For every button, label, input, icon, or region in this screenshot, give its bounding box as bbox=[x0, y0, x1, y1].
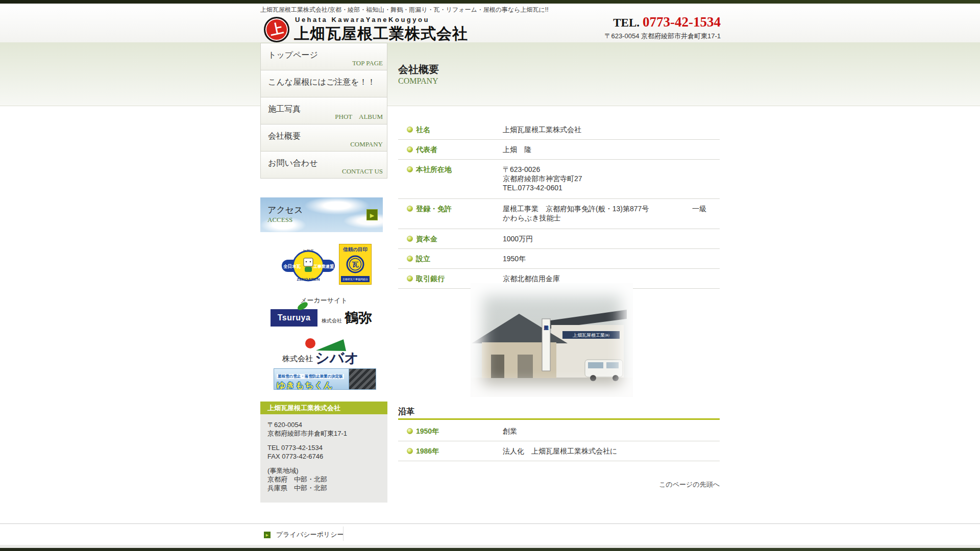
nav-label: 会社概要 bbox=[268, 131, 301, 142]
row-value: 上畑瓦屋根工業株式会社 bbox=[503, 126, 720, 134]
row-label: 本社所在地 bbox=[416, 165, 452, 173]
access-banner[interactable]: アクセス ACCESS ▶ bbox=[260, 197, 383, 232]
bullet-icon bbox=[407, 127, 413, 133]
table-row-touroku: 登録・免許 屋根工事業 京都府知事免許(般・13)第877号一級 かわらぶき技能… bbox=[398, 199, 720, 229]
nav-label: お問い合わせ bbox=[268, 158, 318, 169]
svg-text:工事業連盟: 工事業連盟 bbox=[313, 264, 334, 269]
footer-divider-line bbox=[0, 523, 980, 524]
maker-sites-label: メーカーサイト bbox=[260, 296, 387, 305]
row-value: 1000万円 bbox=[503, 235, 720, 243]
sidebar-region-kyoto: 京都府 中部・北部 bbox=[267, 475, 380, 484]
logo-romaji: Uehata KawaraYaneKougyou bbox=[295, 16, 430, 23]
tsuruya-logo: Tsuruya bbox=[271, 309, 317, 327]
row-value: 創業 bbox=[503, 427, 720, 435]
nav-label: 施工写真 bbox=[268, 104, 301, 115]
row-label: 代表者 bbox=[416, 145, 437, 154]
badge-shinrai-no-majirushi[interactable]: 信頼の目印 瓦 京都府瓦工事協同組合 bbox=[339, 244, 372, 287]
svg-text:ZENGAREN: ZENGAREN bbox=[297, 277, 320, 282]
bullet-icon bbox=[407, 428, 413, 434]
sidebar-region-title: (事業地域) bbox=[267, 466, 380, 475]
table-row-setsuritsu: 設立 1950年 bbox=[398, 249, 720, 269]
bullet-icon bbox=[407, 146, 413, 153]
svg-text:瓦: 瓦 bbox=[352, 261, 359, 268]
bullet-icon bbox=[407, 448, 413, 454]
nav-item-roof-caution[interactable]: こんな屋根にはご注意を！！ bbox=[261, 70, 387, 97]
table-row-daihyosha: 代表者 上畑 隆 bbox=[398, 140, 720, 160]
page-header-band bbox=[0, 42, 980, 106]
table-row-honsha: 本社所在地 〒623-0026 京都府綾部市神宮寺町27 TEL.0773-42… bbox=[398, 160, 720, 199]
table-row-shamei: 社名 上畑瓦屋根工業株式会社 bbox=[398, 120, 720, 140]
access-arrow-button[interactable]: ▶ bbox=[366, 209, 378, 220]
main-nav: トップページ TOP PAGE こんな屋根にはご注意を！！ 施工写真 PHOT … bbox=[260, 43, 387, 179]
bullet-icon bbox=[407, 256, 413, 262]
access-label-en: ACCESS bbox=[267, 216, 292, 224]
pole-sign-text: 上畑瓦屋根工業㈱ bbox=[544, 325, 549, 331]
footer-vertical-divider bbox=[343, 527, 344, 541]
nav-sublabel: PHOT ALBUM bbox=[335, 112, 383, 121]
maker-link-yukimochikun[interactable]: 屋根雪の雪止・落雪防止装置の決定版 ゆきもちくん bbox=[274, 368, 376, 390]
arrow-square-icon: ▶ bbox=[264, 532, 271, 538]
header-contact: TEL.0773-42-1534 〒623-0054 京都府綾部市井倉町東17-… bbox=[604, 14, 721, 41]
company-table: 社名 上畑瓦屋根工業株式会社 代表者 上畑 隆 本社所在地 〒623-0026 … bbox=[398, 120, 720, 289]
svg-text:信頼の目印: 信頼の目印 bbox=[342, 246, 368, 252]
sidebar-region-hyogo: 兵庫県 中部・北部 bbox=[267, 484, 380, 492]
header-address: 〒623-0054 京都府綾部市井倉町東17-1 bbox=[604, 32, 721, 41]
row-label: 社名 bbox=[416, 126, 430, 134]
nav-item-company[interactable]: 会社概要 COMPANY bbox=[261, 124, 387, 152]
page: 上畑瓦屋根工業株式会社/京都・綾部・福知山・舞鶴・雨漏り・瓦・リフォーム・屋根の… bbox=[0, 0, 980, 551]
nav-sublabel: CONTACT US bbox=[342, 167, 383, 176]
yukimochi-roof-photo bbox=[349, 369, 376, 389]
tel-label: TEL. bbox=[613, 16, 640, 29]
svg-text:株式会社: 株式会社 bbox=[282, 354, 313, 363]
row-label: 設立 bbox=[416, 255, 430, 263]
logo-company-name[interactable]: 上畑瓦屋根工業株式会社 bbox=[294, 23, 468, 44]
history-row-1950: 1950年 創業 bbox=[398, 421, 720, 441]
logo-kanji: 上 bbox=[264, 18, 289, 40]
bullet-icon bbox=[407, 166, 413, 172]
nav-label: こんな屋根にはご注意を！！ bbox=[268, 77, 376, 88]
back-to-top-link[interactable]: このページの先頭へ bbox=[659, 480, 720, 489]
nav-item-top[interactable]: トップページ TOP PAGE bbox=[261, 43, 387, 70]
maker-link-tsuruya[interactable]: Tsuruya 株式会社鶴弥 bbox=[271, 305, 378, 331]
row-label: 資本金 bbox=[416, 235, 437, 243]
nav-item-contact[interactable]: お問い合わせ CONTACT US bbox=[261, 152, 387, 178]
page-title: 会社概要 bbox=[398, 63, 439, 77]
sidebar-company-title: 上畑瓦屋根工業株式会社 bbox=[260, 402, 387, 414]
bottom-decor-bar bbox=[0, 548, 980, 551]
bullet-icon bbox=[407, 236, 413, 242]
tsuruya-prefix: 株式会社 bbox=[322, 318, 342, 323]
wall-sign-text: 上畑瓦屋根工業㈱ bbox=[573, 333, 609, 338]
yukimochi-name: ゆきもちくん bbox=[277, 380, 349, 389]
access-label-jp: アクセス bbox=[267, 204, 303, 216]
zengaren-badge-image: 加盟店 全日本瓦 工事業連盟 ZENGAREN bbox=[282, 247, 335, 284]
nav-item-photo-album[interactable]: 施工写真 PHOT ALBUM bbox=[261, 97, 387, 124]
tsuruya-name: 鶴弥 bbox=[345, 310, 372, 325]
privacy-policy-label: プライバシーポリシー bbox=[276, 530, 344, 539]
sidebar-tel: TEL 0773-42-1534 bbox=[267, 443, 380, 452]
svg-text:京都府瓦工事協同組合: 京都府瓦工事協同組合 bbox=[342, 278, 368, 281]
row-value: 屋根工事業 京都府知事免許(般・13)第877号一級 かわらぶき技能士 bbox=[503, 205, 720, 223]
tel-number: 0773-42-1534 bbox=[643, 14, 721, 30]
history-row-1986: 1986年 法人化 上畑瓦屋根工業株式会社に bbox=[398, 441, 720, 461]
row-value: 上畑 隆 bbox=[503, 145, 720, 154]
company-building-photo: 上畑瓦屋根工業㈱ 上畑瓦屋根工業㈱ bbox=[471, 283, 633, 397]
sidebar-address: 京都府綾部市井倉町東17-1 bbox=[267, 429, 380, 438]
badge-zengaren[interactable]: 加盟店 全日本瓦 工事業連盟 ZENGAREN bbox=[282, 247, 335, 286]
svg-text:シバオ: シバオ bbox=[315, 350, 359, 365]
row-label: 1986年 bbox=[416, 447, 439, 455]
svg-text:全日本瓦: 全日本瓦 bbox=[283, 264, 301, 269]
company-logo-icon[interactable]: 上 bbox=[264, 17, 289, 42]
bullet-icon bbox=[407, 206, 413, 212]
building-photo-image: 上畑瓦屋根工業㈱ 上畑瓦屋根工業㈱ bbox=[471, 283, 633, 397]
top-decor-bar bbox=[0, 0, 980, 4]
row-value: 京都北都信用金庫 bbox=[503, 274, 720, 283]
row-label: 登録・免許 bbox=[416, 205, 452, 213]
row-value: 〒623-0026 京都府綾部市神宮寺町27 TEL.0773-42-0601 bbox=[503, 165, 720, 193]
bullet-icon bbox=[407, 276, 413, 282]
maker-link-shibao[interactable]: 株式会社 シバオ bbox=[278, 337, 370, 367]
page-subtitle: COMPANY bbox=[398, 77, 438, 86]
nav-sublabel: COMPANY bbox=[350, 140, 383, 148]
row-value: 1950年 bbox=[503, 255, 720, 263]
privacy-policy-link[interactable]: ▶ プライバシーポリシー bbox=[264, 530, 344, 539]
row-label: 取引銀行 bbox=[416, 274, 445, 283]
